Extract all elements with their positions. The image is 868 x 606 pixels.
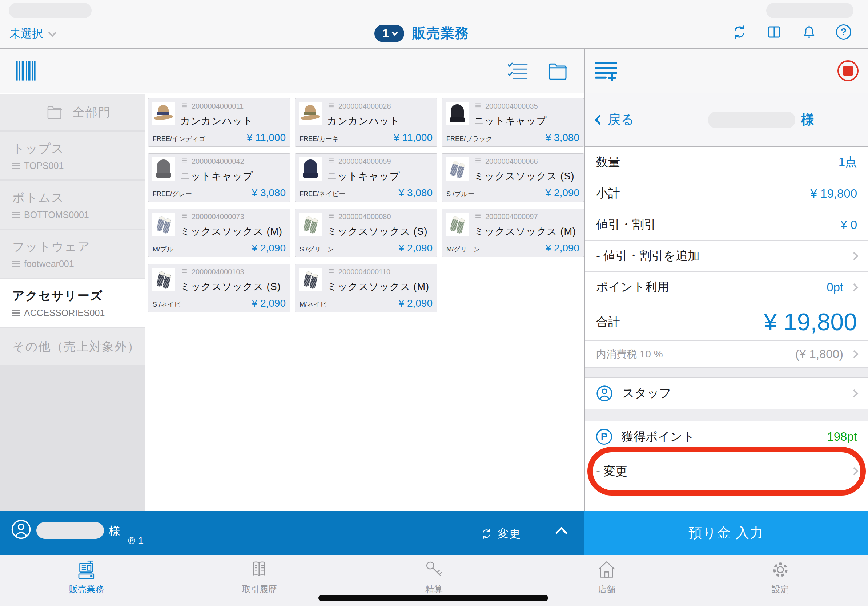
ledger-book-icon (248, 558, 271, 581)
product-name: ニットキャップ (180, 170, 253, 183)
product-card[interactable]: 2000004000011 カンカンハット FREE/インディゴ¥ 11,000 (148, 98, 290, 147)
product-image (152, 157, 175, 181)
barcode-lines-icon (476, 214, 480, 215)
cart-row-staff[interactable]: スタッフ (585, 378, 868, 409)
redacted-customer-name (708, 111, 795, 128)
tab-label: 取引履歴 (242, 583, 277, 595)
barcode-lines-icon (329, 159, 334, 159)
checklist-icon[interactable] (507, 62, 528, 80)
sidebar-item-bottoms[interactable]: ボトムス BOTTOMS0001 (0, 181, 145, 229)
product-barcode: 2000004000103 (192, 268, 244, 276)
member-avatar-icon (11, 519, 31, 540)
category-code: TOPS001 (24, 161, 64, 171)
list-lines-icon (12, 261, 20, 262)
chevron-right-icon (850, 350, 859, 358)
product-card[interactable]: 2000004000110 ミックスソックス (M) M/ネイビー¥ 2,090 (295, 264, 437, 312)
chevron-up-icon[interactable] (555, 527, 567, 539)
product-barcode: 2000004000042 (192, 157, 244, 166)
sidebar-item-footwear[interactable]: フットウェア footwear001 (0, 230, 145, 278)
cart-row-tax[interactable]: 内消費税 10 % (¥ 1,800) (585, 341, 868, 368)
back-button[interactable]: 戻る (596, 111, 634, 128)
barcode-lines-icon (329, 104, 334, 104)
page-title: 販売業務 (412, 24, 469, 43)
category-label: ボトムス (12, 190, 145, 206)
product-card[interactable]: 2000004000059 ニットキャップ FREE/ネイビー¥ 3,080 (295, 153, 437, 202)
product-name: ミックスソックス (S) (474, 170, 575, 183)
staff-person-icon (596, 385, 613, 402)
product-price: ¥ 2,090 (252, 242, 286, 254)
cart-row-subtotal: 小計¥ 19,800 (585, 178, 868, 209)
page-title-group: 1 販売業務 (374, 24, 469, 43)
chevron-right-icon (850, 389, 859, 397)
product-card[interactable]: 2000004000097 ミックスソックス (M) M/グリーン¥ 2,090 (442, 209, 584, 257)
product-variant: M/ブルー (153, 245, 180, 254)
product-card[interactable]: 2000004000080 ミックスソックス (S) S /グリーン¥ 2,09… (295, 209, 437, 257)
deposit-input-button[interactable]: 預り金 入力 (584, 511, 868, 555)
tab-store[interactable]: 店舗 (578, 558, 636, 595)
cart-row-use-points[interactable]: ポイント利用 0pt (585, 272, 868, 303)
product-card[interactable]: 2000004000066 ミックスソックス (S) S /ブルー¥ 2,090 (442, 153, 584, 202)
product-barcode: 2000004000080 (338, 213, 391, 221)
list-lines-icon (12, 163, 20, 164)
add-line-item-icon[interactable] (595, 61, 617, 81)
product-image (446, 157, 469, 181)
sidebar-item-all-departments[interactable]: 全部門 (0, 94, 145, 130)
barcode-lines-icon (182, 214, 187, 215)
folder-icon (46, 105, 63, 119)
register-number: 1 (382, 26, 389, 40)
member-change-button[interactable]: 変更 (480, 526, 521, 542)
product-name: ミックスソックス (M) (180, 225, 282, 238)
sidebar-item-accessories[interactable]: アクセサリーズ ACCESSORIES001 (0, 279, 145, 327)
point-symbol-icon: ℗ (128, 535, 135, 546)
section-divider (585, 368, 868, 378)
product-toolbar (0, 49, 584, 93)
split-view-icon[interactable] (766, 24, 782, 40)
product-card[interactable]: 2000004000035 ニットキャップ FREE/ブラック¥ 3,080 (442, 98, 584, 147)
barcode-scan-icon[interactable] (16, 61, 36, 80)
sidebar-item-other[interactable]: その他（売上対象外） (0, 328, 145, 365)
category-code: footwear001 (24, 259, 74, 269)
product-variant: M/グリーン (446, 245, 480, 254)
gear-icon (769, 558, 792, 581)
product-variant: FREE/カーキ (299, 134, 339, 143)
training-mode-stop-button[interactable] (837, 60, 859, 81)
cart-row-change-points[interactable]: - 変更 (585, 452, 868, 490)
redacted-store-name (9, 3, 91, 18)
product-price: ¥ 2,090 (252, 298, 286, 309)
store-selector[interactable]: 未選択 (9, 26, 54, 42)
product-barcode: 2000004000097 (485, 213, 538, 221)
barcode-lines-icon (182, 104, 187, 104)
sync-icon[interactable] (731, 24, 747, 40)
tab-settlement[interactable]: 精算 (405, 558, 463, 595)
register-number-selector[interactable]: 1 (374, 25, 404, 42)
notification-bell-icon[interactable] (801, 24, 817, 40)
product-card[interactable]: 2000004000042 ニットキャップ FREE/グレー¥ 3,080 (148, 153, 290, 202)
redacted-member-name (36, 522, 104, 539)
cash-register-icon (75, 558, 98, 581)
folder-icon[interactable] (548, 62, 569, 80)
product-card[interactable]: 2000004000103 ミックスソックス (S) S /ネイビー¥ 2,09… (148, 264, 290, 312)
tab-transaction-history[interactable]: 取引履歴 (231, 558, 288, 595)
cart-row-earned-points: P 獲得ポイント 198pt (585, 421, 868, 452)
product-image (152, 102, 175, 125)
sidebar-item-tops[interactable]: トップス TOPS001 (0, 132, 145, 179)
product-card[interactable]: 2000004000028 カンカンハット FREE/カーキ¥ 11,000 (295, 98, 437, 147)
help-icon[interactable]: ? (836, 24, 851, 40)
product-image (152, 268, 175, 291)
barcode-lines-icon (476, 104, 480, 104)
chevron-down-icon (48, 29, 57, 37)
tab-sales[interactable]: 販売業務 (57, 558, 116, 595)
back-label: 戻る (608, 111, 634, 128)
tab-settings[interactable]: 設定 (751, 558, 809, 595)
cart-row-add-discount[interactable]: - 値引・割引を追加 (585, 241, 868, 272)
barcode-lines-icon (182, 159, 187, 159)
points-badge-icon: P (596, 429, 612, 445)
product-card[interactable]: 2000004000073 ミックスソックス (M) M/ブルー¥ 2,090 (148, 209, 290, 257)
barcode-lines-icon (329, 269, 334, 270)
chevron-down-icon (392, 29, 398, 36)
product-name: ミックスソックス (M) (474, 225, 576, 238)
member-points: ℗ 1 (128, 535, 144, 546)
member-bar[interactable]: 様 ℗ 1 変更 (0, 511, 584, 555)
product-variant: FREE/ネイビー (299, 190, 345, 198)
cart-customer-header: 戻る 様 (585, 93, 868, 147)
